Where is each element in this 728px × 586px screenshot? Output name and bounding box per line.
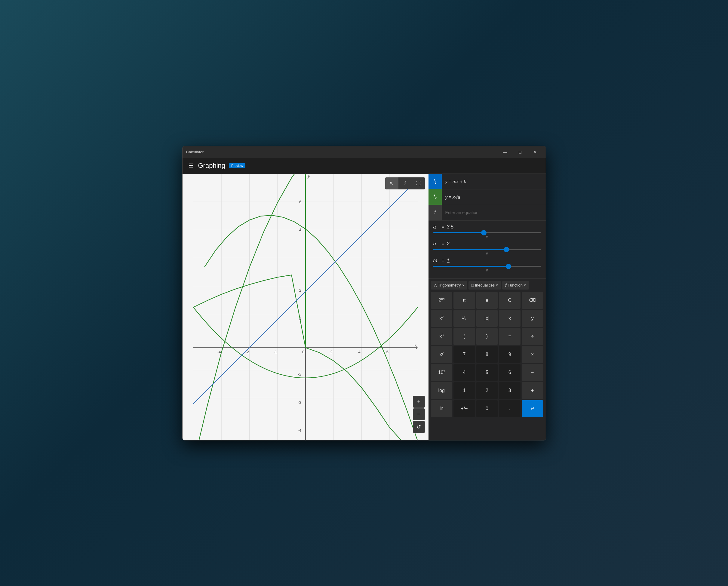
key-3[interactable]: 3	[499, 382, 521, 399]
function-row-3[interactable]: f Enter an equation	[428, 205, 546, 221]
key-pi[interactable]: π	[453, 292, 475, 309]
variable-b-value[interactable]: 2	[447, 241, 456, 246]
window-title: Calculator	[186, 150, 204, 154]
svg-text:-4: -4	[298, 428, 301, 433]
right-panel: f1 y = mx + b f2 y = x²/a	[428, 174, 546, 440]
trigonometry-button[interactable]: △ Trigonometry ∨	[431, 281, 467, 290]
maximize-button[interactable]: □	[513, 147, 527, 157]
keyboard-section: △ Trigonometry ∨ □ Inequalities ∨ f Func…	[428, 279, 546, 440]
key-add[interactable]: +	[522, 382, 543, 399]
key-0[interactable]: 0	[476, 400, 498, 417]
key-close-paren[interactable]: )	[476, 328, 498, 345]
key-subtract[interactable]: −	[522, 364, 543, 381]
variable-m-expand[interactable]: ∨	[433, 268, 541, 272]
variable-a-name: a	[433, 224, 439, 230]
slider-m-thumb[interactable]	[506, 264, 511, 269]
function-row-2[interactable]: f2 y = x²/a	[428, 189, 546, 205]
variable-b-name: b	[433, 241, 439, 246]
inequalities-icon: □	[471, 283, 474, 288]
app-header: ☰ Graphing Preview	[183, 158, 546, 174]
key-plus-minus[interactable]: +/−	[453, 400, 475, 417]
title-bar-controls: — □ ✕	[498, 147, 542, 157]
select-tool-button[interactable]: ↖	[385, 178, 398, 189]
close-button[interactable]: ✕	[528, 147, 542, 157]
key-clear[interactable]: C	[499, 292, 521, 309]
zoom-out-button[interactable]: −	[413, 408, 425, 420]
svg-text:6: 6	[386, 349, 388, 354]
key-5[interactable]: 5	[476, 364, 498, 381]
key-log[interactable]: log	[431, 382, 452, 399]
key-abs[interactable]: |x|	[476, 310, 498, 327]
variable-b-equals: =	[442, 241, 444, 246]
key-2nd[interactable]: 2nd	[431, 292, 452, 309]
key-y[interactable]: y	[522, 310, 543, 327]
variable-a-slider[interactable]	[433, 232, 541, 233]
key-8[interactable]: 8	[476, 346, 498, 363]
function-badge-1: f1	[428, 174, 442, 189]
title-bar-left: Calculator	[186, 150, 204, 154]
key-reciprocal[interactable]: ¹∕ₓ	[453, 310, 475, 327]
key-9[interactable]: 9	[499, 346, 521, 363]
slider-b-thumb[interactable]	[504, 247, 509, 252]
trig-label: Trigonometry	[438, 283, 461, 288]
main-content: x y -2 -1 0 2 4 6 -4 6 4 2 1 -2 -3 -4	[183, 174, 546, 440]
variable-b-expand[interactable]: ∨	[433, 251, 541, 256]
variable-a-value[interactable]: 3.5	[447, 224, 456, 230]
menu-icon[interactable]: ☰	[187, 161, 194, 170]
variable-b-row: b = 2	[433, 241, 541, 246]
function-equation-2: y = x²/a	[442, 194, 546, 199]
zoom-reset-button[interactable]: ↺	[413, 421, 425, 433]
variable-b-slider[interactable]	[433, 249, 541, 250]
variables-section: a = 3.5 ∨ b =	[428, 221, 546, 279]
zoom-controls: + − ↺	[413, 396, 425, 433]
key-divide[interactable]: ÷	[522, 328, 543, 345]
key-x[interactable]: x	[499, 310, 521, 327]
inequalities-button[interactable]: □ Inequalities ∨	[468, 281, 501, 290]
trig-chevron-icon: ∨	[462, 284, 464, 287]
key-7[interactable]: 7	[453, 346, 475, 363]
key-2[interactable]: 2	[476, 382, 498, 399]
slider-a-thumb[interactable]	[481, 230, 487, 235]
svg-text:0: 0	[302, 349, 304, 354]
key-ln[interactable]: ln	[431, 400, 452, 417]
svg-text:-4: -4	[217, 349, 221, 354]
key-x-squared[interactable]: x2	[431, 310, 452, 327]
function-badge-label-2: f2	[433, 194, 436, 200]
calculator-window: Calculator — □ ✕ ☰ Graphing Preview	[182, 146, 546, 441]
zoom-in-button[interactable]: +	[413, 396, 425, 408]
expand-tool-button[interactable]: ⛶	[412, 178, 425, 189]
key-x-cubed[interactable]: x3	[431, 328, 452, 345]
share-tool-button[interactable]: ⤴	[398, 178, 412, 189]
function-badge-2: f2	[428, 189, 442, 205]
key-open-paren[interactable]: (	[453, 328, 475, 345]
key-decimal[interactable]: .	[499, 400, 521, 417]
variable-a-equals: =	[442, 224, 444, 230]
variable-a-expand[interactable]: ∨	[433, 235, 541, 239]
function-badge-3: f	[428, 205, 442, 220]
keyboard-toolbar: △ Trigonometry ∨ □ Inequalities ∨ f Func…	[431, 281, 543, 290]
key-multiply[interactable]: ×	[522, 346, 543, 363]
key-backspace[interactable]: ⌫	[522, 292, 543, 309]
variable-m-slider[interactable]	[433, 266, 541, 267]
key-enter[interactable]: ↵	[522, 400, 543, 417]
key-e[interactable]: e	[476, 292, 498, 309]
svg-text:2: 2	[299, 288, 301, 292]
key-10-to-x[interactable]: 10x	[431, 364, 452, 381]
slider-b-track	[433, 249, 541, 250]
graph-area[interactable]: x y -2 -1 0 2 4 6 -4 6 4 2 1 -2 -3 -4	[183, 174, 428, 440]
key-1[interactable]: 1	[453, 382, 475, 399]
variable-m-value[interactable]: 1	[447, 258, 456, 263]
key-equals[interactable]: =	[499, 328, 521, 345]
svg-text:-3: -3	[298, 400, 301, 404]
minimize-button[interactable]: —	[498, 147, 512, 157]
variable-m: m = 1 ∨	[433, 258, 541, 272]
key-4[interactable]: 4	[453, 364, 475, 381]
slider-a-track	[433, 232, 541, 233]
function-row-1[interactable]: f1 y = mx + b	[428, 174, 546, 189]
function-icon: f	[505, 283, 506, 288]
key-x-to-y[interactable]: xy	[431, 346, 452, 363]
svg-text:4: 4	[358, 349, 360, 354]
function-button[interactable]: f Function ∨	[502, 281, 529, 290]
key-6[interactable]: 6	[499, 364, 521, 381]
svg-text:2: 2	[330, 349, 332, 354]
